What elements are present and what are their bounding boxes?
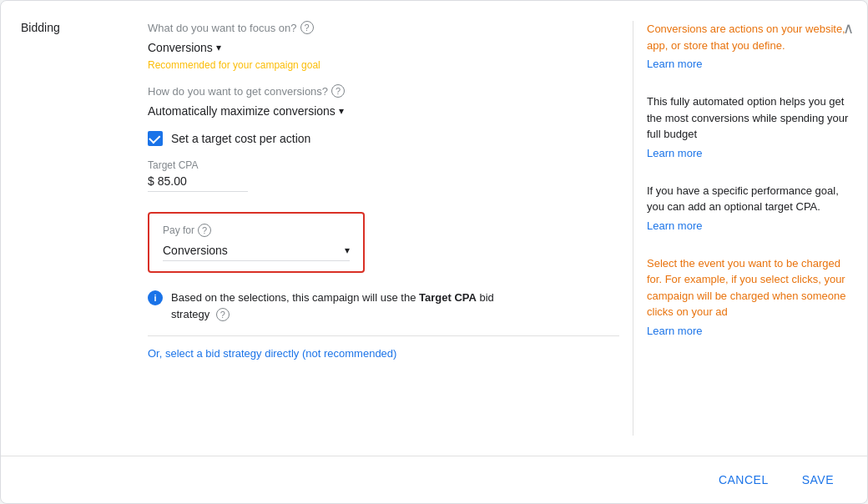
- checkbox-label: Set a target cost per action: [171, 132, 310, 145]
- cancel-button[interactable]: CANCEL: [705, 466, 782, 493]
- panel-text-4: Select the event you want to be charged …: [647, 255, 854, 320]
- pay-for-value: Conversions: [163, 244, 228, 257]
- panel-learn-more-3[interactable]: Learn more: [647, 219, 702, 232]
- pay-for-help-icon[interactable]: ?: [198, 224, 211, 237]
- pay-for-dropdown-arrow: ▾: [345, 244, 350, 256]
- auto-maximize-dropdown[interactable]: Automatically maximize conversions ▾: [148, 104, 619, 118]
- target-cpa-value[interactable]: $ 85.00: [148, 174, 248, 192]
- right-panel: ∧ Conversions are actions on your websit…: [633, 21, 867, 436]
- panel-text-3: If you have a specific performance goal,…: [647, 183, 854, 215]
- info-help-icon[interactable]: ?: [216, 308, 230, 321]
- info-row: i Based on the selections, this campaign…: [148, 290, 532, 322]
- target-cpa-label: Target CPA: [148, 159, 619, 171]
- bidding-title: Bidding: [21, 21, 60, 34]
- question2-text: How do you want to get conversions?: [148, 85, 328, 98]
- question1-help-icon[interactable]: ?: [300, 21, 314, 34]
- panel-text-1: Conversions are actions on your website,…: [647, 21, 854, 53]
- panel-block-2: This fully automated option helps you ge…: [647, 93, 854, 169]
- recommended-text: Recommended for your campaign goal: [148, 59, 619, 71]
- question1-label: What do you want to focus on? ?: [148, 21, 619, 34]
- pay-for-dropdown[interactable]: Conversions ▾: [163, 244, 350, 261]
- main-content: What do you want to focus on? ? Conversi…: [134, 21, 633, 436]
- collapse-button[interactable]: ∧: [843, 21, 854, 36]
- auto-maximize-text: Automatically maximize conversions: [148, 104, 336, 118]
- panel-learn-more-2[interactable]: Learn more: [647, 147, 702, 159]
- focus-value: Conversions: [148, 41, 213, 54]
- panel-text-2: This fully automated option helps you ge…: [647, 93, 854, 143]
- info-text: Based on the selections, this campaign w…: [171, 290, 532, 322]
- section-label: Bidding: [1, 21, 134, 436]
- card-footer: CANCEL SAVE: [1, 456, 867, 503]
- divider: [148, 335, 619, 336]
- auto-maximize-arrow: ▾: [339, 105, 344, 117]
- target-cost-checkbox[interactable]: [148, 131, 163, 146]
- target-cost-checkbox-row[interactable]: Set a target cost per action: [148, 131, 619, 146]
- focus-dropdown-arrow: ▾: [216, 42, 221, 53]
- target-cpa-section: Target CPA $ 85.00: [148, 159, 619, 192]
- bid-strategy-link[interactable]: Or, select a bid strategy directly (not …: [148, 347, 396, 360]
- save-button[interactable]: SAVE: [789, 466, 847, 493]
- panel-block-3: If you have a specific performance goal,…: [647, 183, 854, 242]
- pay-for-label: Pay for ?: [163, 224, 350, 237]
- info-text-bold: Target CPA: [419, 291, 477, 304]
- bidding-card: Bidding What do you want to focus on? ? …: [0, 0, 868, 504]
- focus-dropdown[interactable]: Conversions ▾: [148, 41, 619, 54]
- panel-learn-more-1[interactable]: Learn more: [647, 58, 702, 70]
- question2-help-icon[interactable]: ?: [331, 84, 345, 98]
- pay-for-text: Pay for: [163, 224, 194, 236]
- question1-text: What do you want to focus on?: [148, 22, 297, 34]
- panel-block-4: Select the event you want to be charged …: [647, 255, 854, 347]
- pay-for-box: Pay for ? Conversions ▾: [148, 212, 365, 273]
- card-body: Bidding What do you want to focus on? ? …: [1, 1, 867, 456]
- question2-label: How do you want to get conversions? ?: [148, 84, 619, 98]
- info-text-before: Based on the selections, this campaign w…: [171, 291, 419, 304]
- info-icon: i: [148, 290, 163, 305]
- panel-block-1: Conversions are actions on your website,…: [647, 21, 854, 80]
- panel-learn-more-4[interactable]: Learn more: [647, 325, 702, 337]
